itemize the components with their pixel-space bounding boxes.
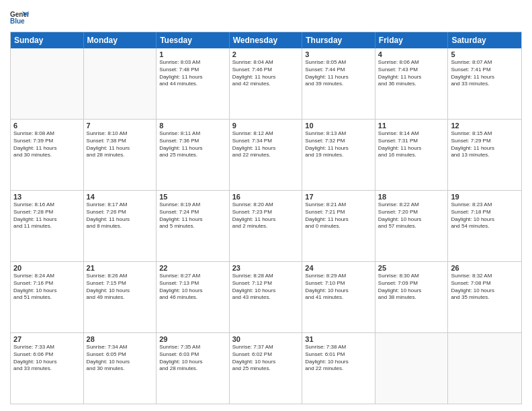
cell-info: Sunrise: 8:14 AM Sunset: 7:31 PM Dayligh… <box>378 130 445 159</box>
day-number: 30 <box>232 335 300 343</box>
calendar-cell: 15Sunrise: 8:19 AM Sunset: 7:24 PM Dayli… <box>157 191 230 261</box>
header-day-sunday: Sunday <box>11 32 84 48</box>
cell-info: Sunrise: 8:10 AM Sunset: 7:38 PM Dayligh… <box>87 130 154 159</box>
day-number: 5 <box>451 50 519 58</box>
day-number: 21 <box>87 264 154 272</box>
cell-info: Sunrise: 8:06 AM Sunset: 7:43 PM Dayligh… <box>378 59 445 88</box>
day-number: 13 <box>13 193 81 201</box>
cell-info: Sunrise: 8:32 AM Sunset: 7:08 PM Dayligh… <box>451 273 519 302</box>
calendar-cell: 27Sunrise: 7:33 AM Sunset: 6:06 PM Dayli… <box>11 333 84 404</box>
day-number: 23 <box>232 264 300 272</box>
cell-info: Sunrise: 8:05 AM Sunset: 7:44 PM Dayligh… <box>305 59 372 88</box>
cell-info: Sunrise: 8:03 AM Sunset: 7:48 PM Dayligh… <box>159 59 226 88</box>
day-number: 3 <box>305 50 372 58</box>
cell-info: Sunrise: 8:27 AM Sunset: 7:13 PM Dayligh… <box>159 273 226 302</box>
svg-text:Blue: Blue <box>10 17 25 25</box>
calendar-cell: 30Sunrise: 7:37 AM Sunset: 6:02 PM Dayli… <box>230 333 303 404</box>
day-number: 28 <box>87 335 154 343</box>
calendar-row-4: 27Sunrise: 7:33 AM Sunset: 6:06 PM Dayli… <box>11 332 521 404</box>
logo-icon: General Blue <box>10 10 29 25</box>
cell-info: Sunrise: 7:33 AM Sunset: 6:06 PM Dayligh… <box>13 344 81 373</box>
calendar-cell: 23Sunrise: 8:28 AM Sunset: 7:12 PM Dayli… <box>230 262 303 332</box>
calendar-row-3: 20Sunrise: 8:24 AM Sunset: 7:16 PM Dayli… <box>11 261 521 332</box>
calendar-cell: 31Sunrise: 7:38 AM Sunset: 6:01 PM Dayli… <box>302 333 375 404</box>
calendar-cell: 2Sunrise: 8:04 AM Sunset: 7:46 PM Daylig… <box>230 48 303 119</box>
calendar-cell: 4Sunrise: 8:06 AM Sunset: 7:43 PM Daylig… <box>375 48 449 119</box>
cell-info: Sunrise: 8:23 AM Sunset: 7:18 PM Dayligh… <box>451 201 519 230</box>
day-number: 16 <box>232 193 300 201</box>
cell-info: Sunrise: 7:34 AM Sunset: 6:05 PM Dayligh… <box>87 344 154 373</box>
calendar-cell: 11Sunrise: 8:14 AM Sunset: 7:31 PM Dayli… <box>375 120 449 190</box>
calendar-cell: 26Sunrise: 8:32 AM Sunset: 7:08 PM Dayli… <box>448 262 521 332</box>
cell-info: Sunrise: 7:37 AM Sunset: 6:02 PM Dayligh… <box>232 344 300 373</box>
cell-info: Sunrise: 8:19 AM Sunset: 7:24 PM Dayligh… <box>159 201 226 230</box>
calendar-row-1: 6Sunrise: 8:08 AM Sunset: 7:39 PM Daylig… <box>11 119 521 190</box>
cell-info: Sunrise: 8:29 AM Sunset: 7:10 PM Dayligh… <box>305 273 372 302</box>
calendar-cell: 6Sunrise: 8:08 AM Sunset: 7:39 PM Daylig… <box>11 120 84 190</box>
day-number: 27 <box>13 335 81 343</box>
calendar-cell: 13Sunrise: 8:16 AM Sunset: 7:28 PM Dayli… <box>11 191 84 261</box>
day-number: 29 <box>159 335 226 343</box>
day-number: 8 <box>159 122 226 130</box>
day-number: 20 <box>13 264 81 272</box>
day-number: 7 <box>87 122 154 130</box>
header: General Blue <box>10 10 522 25</box>
cell-info: Sunrise: 8:07 AM Sunset: 7:41 PM Dayligh… <box>451 59 519 88</box>
calendar-cell: 21Sunrise: 8:26 AM Sunset: 7:15 PM Dayli… <box>84 262 157 332</box>
calendar-cell: 17Sunrise: 8:21 AM Sunset: 7:21 PM Dayli… <box>302 191 375 261</box>
header-day-friday: Friday <box>375 32 449 48</box>
calendar-cell <box>375 333 449 404</box>
cell-info: Sunrise: 8:08 AM Sunset: 7:39 PM Dayligh… <box>13 130 81 159</box>
cell-info: Sunrise: 8:15 AM Sunset: 7:29 PM Dayligh… <box>451 130 519 159</box>
cell-info: Sunrise: 8:28 AM Sunset: 7:12 PM Dayligh… <box>232 273 300 302</box>
cell-info: Sunrise: 8:04 AM Sunset: 7:46 PM Dayligh… <box>232 59 300 88</box>
calendar-cell: 25Sunrise: 8:30 AM Sunset: 7:09 PM Dayli… <box>375 262 449 332</box>
day-number: 10 <box>305 122 372 130</box>
calendar: SundayMondayTuesdayWednesdayThursdayFrid… <box>10 32 522 404</box>
day-number: 1 <box>159 50 226 58</box>
header-day-monday: Monday <box>84 32 157 48</box>
calendar-cell: 16Sunrise: 8:20 AM Sunset: 7:23 PM Dayli… <box>230 191 303 261</box>
calendar-header: SundayMondayTuesdayWednesdayThursdayFrid… <box>11 32 521 48</box>
calendar-cell: 24Sunrise: 8:29 AM Sunset: 7:10 PM Dayli… <box>302 262 375 332</box>
cell-info: Sunrise: 8:17 AM Sunset: 7:26 PM Dayligh… <box>87 201 154 230</box>
day-number: 14 <box>87 193 154 201</box>
calendar-cell <box>11 48 84 119</box>
calendar-cell: 1Sunrise: 8:03 AM Sunset: 7:48 PM Daylig… <box>157 48 230 119</box>
calendar-cell: 22Sunrise: 8:27 AM Sunset: 7:13 PM Dayli… <box>157 262 230 332</box>
day-number: 9 <box>232 122 300 130</box>
header-day-wednesday: Wednesday <box>230 32 303 48</box>
calendar-body: 1Sunrise: 8:03 AM Sunset: 7:48 PM Daylig… <box>11 48 521 404</box>
calendar-cell: 9Sunrise: 8:12 AM Sunset: 7:34 PM Daylig… <box>230 120 303 190</box>
calendar-cell <box>448 333 521 404</box>
day-number: 31 <box>305 335 372 343</box>
day-number: 19 <box>451 193 519 201</box>
calendar-cell: 19Sunrise: 8:23 AM Sunset: 7:18 PM Dayli… <box>448 191 521 261</box>
logo: General Blue <box>10 10 29 25</box>
day-number: 4 <box>378 50 445 58</box>
day-number: 11 <box>378 122 445 130</box>
cell-info: Sunrise: 8:11 AM Sunset: 7:36 PM Dayligh… <box>159 130 226 159</box>
calendar-cell <box>84 48 157 119</box>
day-number: 12 <box>451 122 519 130</box>
cell-info: Sunrise: 7:38 AM Sunset: 6:01 PM Dayligh… <box>305 344 372 373</box>
cell-info: Sunrise: 8:21 AM Sunset: 7:21 PM Dayligh… <box>305 201 372 230</box>
cell-info: Sunrise: 7:35 AM Sunset: 6:03 PM Dayligh… <box>159 344 226 373</box>
calendar-cell: 20Sunrise: 8:24 AM Sunset: 7:16 PM Dayli… <box>11 262 84 332</box>
calendar-cell: 28Sunrise: 7:34 AM Sunset: 6:05 PM Dayli… <box>84 333 157 404</box>
cell-info: Sunrise: 8:12 AM Sunset: 7:34 PM Dayligh… <box>232 130 300 159</box>
day-number: 17 <box>305 193 372 201</box>
calendar-cell: 5Sunrise: 8:07 AM Sunset: 7:41 PM Daylig… <box>448 48 521 119</box>
calendar-cell: 12Sunrise: 8:15 AM Sunset: 7:29 PM Dayli… <box>448 120 521 190</box>
header-day-saturday: Saturday <box>448 32 521 48</box>
cell-info: Sunrise: 8:30 AM Sunset: 7:09 PM Dayligh… <box>378 273 445 302</box>
header-day-tuesday: Tuesday <box>157 32 230 48</box>
cell-info: Sunrise: 8:16 AM Sunset: 7:28 PM Dayligh… <box>13 201 81 230</box>
day-number: 2 <box>232 50 300 58</box>
day-number: 25 <box>378 264 445 272</box>
cell-info: Sunrise: 8:24 AM Sunset: 7:16 PM Dayligh… <box>13 273 81 302</box>
calendar-cell: 8Sunrise: 8:11 AM Sunset: 7:36 PM Daylig… <box>157 120 230 190</box>
cell-info: Sunrise: 8:20 AM Sunset: 7:23 PM Dayligh… <box>232 201 300 230</box>
day-number: 22 <box>159 264 226 272</box>
calendar-cell: 3Sunrise: 8:05 AM Sunset: 7:44 PM Daylig… <box>302 48 375 119</box>
